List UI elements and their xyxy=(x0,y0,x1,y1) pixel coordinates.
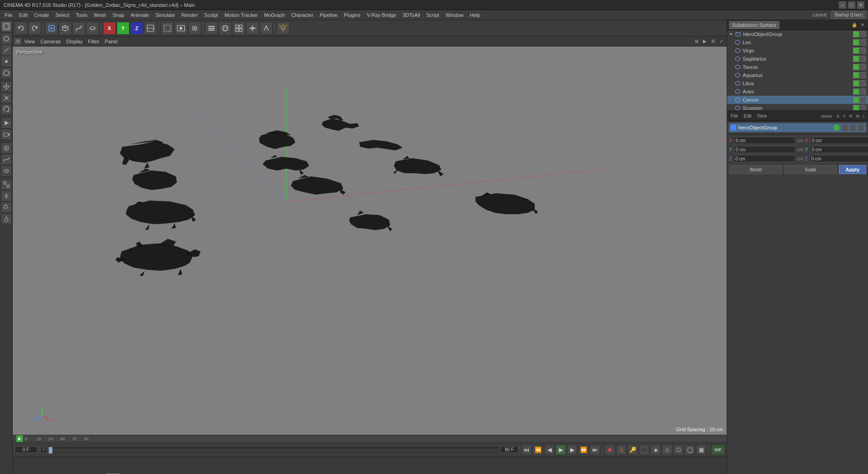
mode-point-button[interactable] xyxy=(1,56,12,67)
menu-3dtoall[interactable]: 3DToAll xyxy=(400,11,423,19)
nurbs-button[interactable] xyxy=(86,22,99,35)
menu-pipeline[interactable]: Pipeline xyxy=(317,11,340,19)
object-list[interactable]: ▼ HeroObjectGroup Leo xyxy=(727,30,868,110)
menu-plugins[interactable]: Plugins xyxy=(341,11,363,19)
menu-create[interactable]: Create xyxy=(31,11,52,19)
spline-draw-button[interactable] xyxy=(72,22,85,35)
prev-frame-button[interactable]: ⏪ xyxy=(533,445,543,455)
minimize-button[interactable]: ─ xyxy=(839,1,846,9)
coord-p-input[interactable] xyxy=(810,146,868,153)
python-button[interactable] xyxy=(1,202,12,213)
obj-item-hero-group[interactable]: ▼ HeroObjectGroup xyxy=(727,30,868,38)
prev-key-button[interactable]: ◀ xyxy=(544,445,554,455)
obj-item-virgo[interactable]: Virgo xyxy=(727,46,868,55)
menu-file[interactable]: File xyxy=(2,11,16,19)
menu-tools[interactable]: Tools xyxy=(73,11,90,19)
menu-mesh[interactable]: Mesh xyxy=(91,11,109,19)
menu-simulate[interactable]: Simulate xyxy=(153,11,178,19)
viewport-settings-icon[interactable]: ⚙ xyxy=(709,38,717,45)
xref-button[interactable] xyxy=(1,179,12,190)
viewport-menu-panel[interactable]: Panel xyxy=(103,38,120,45)
menu-window[interactable]: Window xyxy=(443,11,466,19)
layout-selector[interactable]: Startup (User) xyxy=(831,11,866,19)
redo-button[interactable] xyxy=(28,22,41,35)
xpresso-button[interactable] xyxy=(260,22,273,35)
light-button[interactable] xyxy=(277,22,289,35)
deform-button[interactable] xyxy=(1,165,12,176)
render-settings-button[interactable] xyxy=(188,22,201,35)
obj-item-sagittarius[interactable]: Sagittarius xyxy=(727,55,868,63)
attr-file-menu[interactable]: File xyxy=(729,113,740,119)
coord-h-input[interactable] xyxy=(810,137,868,144)
menu-motion-tracker[interactable]: Motion Tracker xyxy=(222,11,260,19)
key-sel-button[interactable]: ⬛ xyxy=(639,445,649,455)
camera-button[interactable] xyxy=(1,129,12,140)
content-browser-button[interactable] xyxy=(232,22,245,35)
obj-item-leo[interactable]: Leo xyxy=(727,38,868,46)
obj-item-cancer[interactable]: Cancer xyxy=(727,96,868,104)
current-frame-display[interactable]: 0 F xyxy=(15,446,37,453)
render-view-button[interactable] xyxy=(1,118,12,129)
key-scale2-button[interactable]: ⬡ xyxy=(673,445,683,455)
new-object-button[interactable] xyxy=(45,22,58,35)
timeline-ruler[interactable]: ▶ 0 18 24 48 72 90 xyxy=(13,435,727,443)
viewport-maximize-icon[interactable]: ⊞ xyxy=(693,38,700,45)
mode-edge-button[interactable] xyxy=(1,45,12,56)
obj-item-scorpion[interactable]: Scorpion xyxy=(727,104,868,110)
key-obj-button[interactable]: ◈ xyxy=(651,445,661,455)
viewport-render-icon[interactable]: ▶ xyxy=(701,38,708,45)
render-view-btn[interactable] xyxy=(175,22,187,35)
menu-script[interactable]: Script xyxy=(424,11,442,19)
mode-model-button[interactable] xyxy=(1,21,12,32)
attr-edit-menu[interactable]: Edit xyxy=(742,113,753,119)
menu-select[interactable]: Select xyxy=(53,11,72,19)
menu-character[interactable]: Character xyxy=(289,11,316,19)
menu-edit[interactable]: Edit xyxy=(16,11,31,19)
panel-lock-icon[interactable]: 🔒 xyxy=(851,21,858,29)
menu-animate[interactable]: Animate xyxy=(128,11,152,19)
menu-snap[interactable]: Snap xyxy=(110,11,127,19)
obj-item-aries[interactable]: Aries xyxy=(727,88,868,96)
coord-x-input[interactable] xyxy=(734,137,796,144)
snap-button[interactable] xyxy=(1,143,12,154)
panel-close-icon[interactable]: ✕ xyxy=(859,21,866,29)
goto-start-button[interactable]: ⏮ xyxy=(522,445,532,455)
goto-end-button[interactable]: ⏭ xyxy=(590,445,600,455)
viewport[interactable]: Perspective xyxy=(13,46,727,435)
viewport-menu-filter[interactable]: Filter xyxy=(86,38,101,45)
mode-texture-button[interactable] xyxy=(1,33,12,44)
viewport-menu-cameras[interactable]: Cameras xyxy=(38,38,63,45)
end-frame-btn[interactable]: 90F xyxy=(711,445,725,455)
world-button[interactable]: World xyxy=(729,165,782,174)
field-button[interactable] xyxy=(1,191,12,201)
obj-item-libra[interactable]: Libra xyxy=(727,79,868,88)
menu-mograph[interactable]: MoGraph xyxy=(261,11,288,19)
move-tool-button[interactable] xyxy=(1,81,12,92)
key-all-button[interactable]: ⚠ xyxy=(616,445,626,455)
menu-render[interactable]: Render xyxy=(179,11,201,19)
maximize-button[interactable]: □ xyxy=(848,1,855,9)
next-key-button[interactable]: ▶ xyxy=(567,445,577,455)
attr-view-menu[interactable]: View xyxy=(755,113,769,119)
object-manager-button[interactable] xyxy=(205,22,218,35)
obj-item-aquarius[interactable]: Aquarius xyxy=(727,71,868,79)
scale-button[interactable]: Scale xyxy=(784,165,837,174)
x-axis-button[interactable]: X xyxy=(103,22,116,35)
obj-item-taurus[interactable]: Taurus xyxy=(727,63,868,71)
menu-sculpt[interactable]: Sculpt xyxy=(202,11,221,19)
next-frame-button[interactable]: ⏩ xyxy=(579,445,589,455)
record-button[interactable]: ⏺ xyxy=(605,445,615,455)
y-axis-button[interactable]: Y xyxy=(117,22,129,35)
viewport-menu-view[interactable]: View xyxy=(22,38,37,45)
play-button[interactable]: ▶ xyxy=(556,445,566,455)
world-coord-button[interactable] xyxy=(144,22,157,35)
cube-button[interactable] xyxy=(59,22,72,35)
spline-button[interactable] xyxy=(1,154,12,165)
menu-vray[interactable]: V-Ray Bridge xyxy=(364,11,399,19)
material-manager-button[interactable] xyxy=(219,22,232,35)
end-frame-display[interactable]: 90 F xyxy=(500,446,518,453)
motion-clip-button[interactable]: ▦ xyxy=(696,445,706,455)
close-button[interactable]: ✕ xyxy=(857,1,864,9)
apply-button[interactable]: Apply xyxy=(839,165,866,174)
viewport-expand-icon[interactable]: ⤢ xyxy=(718,38,725,45)
